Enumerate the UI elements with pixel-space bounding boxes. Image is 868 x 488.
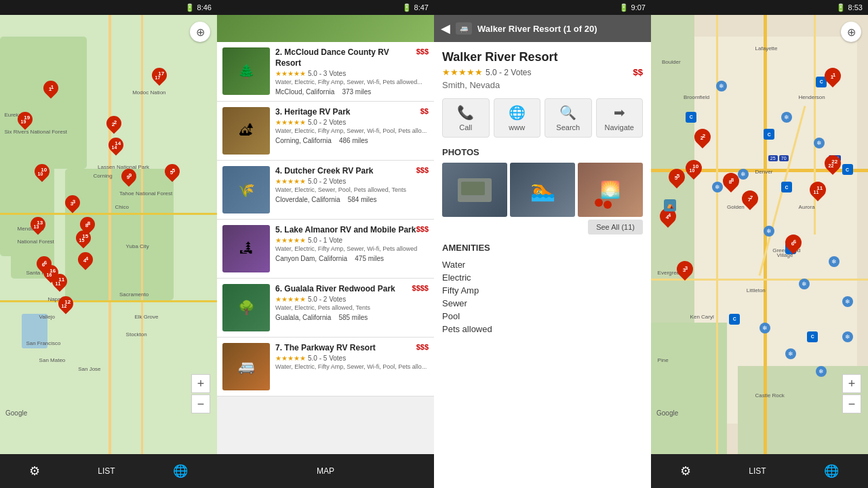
- map-label-henderson: Henderson: [799, 94, 825, 100]
- status-bar-3: 🔋 9:07: [434, 0, 651, 15]
- list-button-4[interactable]: LIST: [749, 466, 766, 476]
- zoom-out-button-1[interactable]: −: [191, 394, 210, 413]
- snowflake-2: ❄: [781, 112, 792, 123]
- list-thumb-heritage: 🏕: [222, 107, 270, 155]
- rv-icon: 🚐: [456, 22, 472, 35]
- search-icon: 🔍: [559, 104, 576, 121]
- zoom-out-button-4[interactable]: −: [842, 394, 861, 413]
- google-logo-4: Google: [656, 409, 678, 417]
- back-button[interactable]: ◀: [441, 21, 450, 36]
- store-marker-8: C: [807, 331, 818, 342]
- www-button[interactable]: 🌐 www: [494, 98, 541, 138]
- location-heritage: Corning, California 486 miles: [275, 137, 429, 144]
- call-button[interactable]: 📞 Call: [442, 98, 490, 138]
- listing-title-almanor: 5. Lake Almanor RV and Mobile Park: [275, 225, 416, 236]
- photo-thumb-1[interactable]: [442, 163, 507, 217]
- amenities-parkway: Water, Electric, Fifty Amp, Sewer, Wi-fi…: [275, 363, 429, 371]
- list-item-mccloud[interactable]: 🌲 2. McCloud Dance County RV Resort $$$ …: [217, 42, 434, 102]
- photo-thumb-2[interactable]: 🏊: [510, 163, 575, 217]
- location-button-1[interactable]: ⊕: [190, 22, 210, 42]
- list-item-heritage[interactable]: 🏕 3. Heritage RV Park $$ ★★★★★ 5.0 - 2 V…: [217, 102, 434, 161]
- navigate-button[interactable]: ➡ Navigate: [596, 98, 644, 138]
- rating-gualala: 5.0 - 2 Votes: [308, 296, 346, 303]
- amenities-dutcher: Water, Electric, Sewer, Pool, Pets allow…: [275, 186, 429, 195]
- store-marker-1: C: [686, 112, 696, 123]
- rating-dutcher: 5.0 - 2 Votes: [308, 178, 346, 185]
- list-item-gualala[interactable]: 🌳 6. Gualala River Redwood Park $$$$ ★★★…: [217, 279, 434, 338]
- map-hwy2: [814, 15, 816, 235]
- web-button-1[interactable]: 🌐: [173, 464, 188, 479]
- snowflake-9: ❄: [842, 296, 853, 307]
- detail-nav-title: Walker River Resort (1 of 20): [477, 24, 597, 34]
- map-label-boulder: Boulder: [662, 59, 681, 65]
- map-label-vallejo: Vallejo: [39, 314, 55, 320]
- snowflake-8: ❄: [799, 279, 810, 289]
- globe-icon-1: 🌐: [173, 464, 188, 479]
- list-label-1: LIST: [98, 466, 115, 476]
- map-label-2: MAP: [317, 466, 334, 476]
- list-info-dutcher: 4. Dutcher Creek RV Park $$$ ★★★★★ 5.0 -…: [275, 166, 429, 214]
- map-label-castlerock: Castle Rock: [755, 392, 785, 399]
- google-logo-1: Google: [5, 409, 27, 417]
- zoom-in-button-1[interactable]: +: [191, 374, 210, 393]
- bottom-bar-2: MAP: [217, 454, 434, 488]
- list-item-header-mccloud: 2. McCloud Dance County RV Resort $$$: [275, 47, 429, 68]
- map-pin-2[interactable]: 2: [103, 113, 124, 134]
- map-label-sf: San Francisco: [26, 340, 60, 346]
- store-marker-2: C: [764, 129, 774, 140]
- map-zoom-controls-4: + −: [842, 374, 861, 413]
- status-bar-1: 🔋 8:46: [0, 0, 217, 15]
- search-button[interactable]: 🔍 Search: [545, 98, 592, 138]
- snowflake-10: ❄: [760, 323, 770, 333]
- list-item-header-parkway: 7. The Parkway RV Resort $$$: [275, 343, 429, 354]
- battery-icon-1: 🔋: [185, 3, 195, 12]
- call-label: Call: [459, 123, 472, 131]
- panel-map-denver: 🔋 8:53 Boulder Lafayette Henderson Broom…: [651, 0, 868, 488]
- photo-thumb-3[interactable]: 🌅: [578, 163, 643, 217]
- zoom-in-button-4[interactable]: +: [842, 374, 861, 393]
- map-label-kencaryl: Ken Caryl: [690, 314, 714, 320]
- list-button-1[interactable]: LIST: [98, 466, 115, 476]
- location-button-4[interactable]: ⊕: [841, 22, 861, 42]
- map-label-broomfield: Broomfield: [684, 94, 709, 100]
- map-pin-17[interactable]: 17: [149, 64, 170, 85]
- see-all-button[interactable]: See All (11): [588, 220, 643, 235]
- map-denver[interactable]: Boulder Lafayette Henderson Broomfield G…: [651, 15, 868, 454]
- call-icon: 📞: [457, 104, 474, 121]
- settings-button-1[interactable]: ⚙: [29, 464, 40, 479]
- store-marker-5: C: [729, 314, 740, 325]
- map-label-pine: Pine: [658, 357, 669, 363]
- map-california[interactable]: Modoc Nation Six Rivers National Forest …: [0, 15, 217, 454]
- detail-content: Walker River Resort ★★★★★ 5.0 - 2 Votes …: [434, 42, 651, 488]
- map-label-sixrivers: Six Rivers National Forest: [4, 129, 66, 135]
- list-item-dutcher[interactable]: 🌾 4. Dutcher Creek RV Park $$$ ★★★★★ 5.0…: [217, 161, 434, 220]
- map-label-chico: Chico: [115, 204, 129, 210]
- list-item-almanor[interactable]: 🏞 5. Lake Almanor RV and Mobile Park $$$…: [217, 220, 434, 279]
- stars-gualala: ★★★★★: [275, 296, 306, 303]
- location-gualala: Gualala, California 585 miles: [275, 314, 429, 321]
- globe-icon-4: 🌐: [824, 464, 839, 479]
- battery-icon-3: 🔋: [619, 3, 629, 12]
- map-label-yuba: Yuba City: [126, 243, 149, 249]
- amenity-electric: Electric: [442, 271, 643, 284]
- map-zoom-controls-1: + −: [191, 374, 210, 413]
- map-label-modoc: Modoc Nation: [132, 89, 165, 96]
- list-item-header-almanor: 5. Lake Almanor RV and Mobile Park $$$: [275, 225, 429, 236]
- amenity-fiftyamp: Fifty Amp: [442, 284, 643, 297]
- listing-title-dutcher: 4. Dutcher Creek RV Park: [275, 166, 374, 177]
- amenity-pool: Pool: [442, 310, 643, 323]
- settings-button-4[interactable]: ⚙: [680, 464, 691, 479]
- panel-list: 🔋 8:47 🌲 2. McCloud Dance County RV Reso…: [217, 0, 434, 488]
- search-label: Search: [556, 123, 580, 131]
- detail-stars: ★★★★★: [442, 67, 483, 77]
- map-button-2[interactable]: MAP: [317, 466, 334, 476]
- list-header-image: [217, 15, 434, 42]
- list-thumb-almanor: 🏞: [222, 225, 270, 272]
- map-label-sanmateo: San Mateo: [39, 357, 66, 363]
- photos-grid: 🏊 🌅: [442, 163, 643, 217]
- map-label-tahoe: Tahoe National Forest: [119, 190, 172, 197]
- location-mccloud: McCloud, California 373 miles: [275, 88, 429, 96]
- web-button-4[interactable]: 🌐: [824, 464, 839, 479]
- list-item-parkway[interactable]: 🚐 7. The Parkway RV Resort $$$ ★★★★★ 5.0…: [217, 338, 434, 396]
- location-almanor: Canyon Dam, California 475 miles: [275, 255, 429, 262]
